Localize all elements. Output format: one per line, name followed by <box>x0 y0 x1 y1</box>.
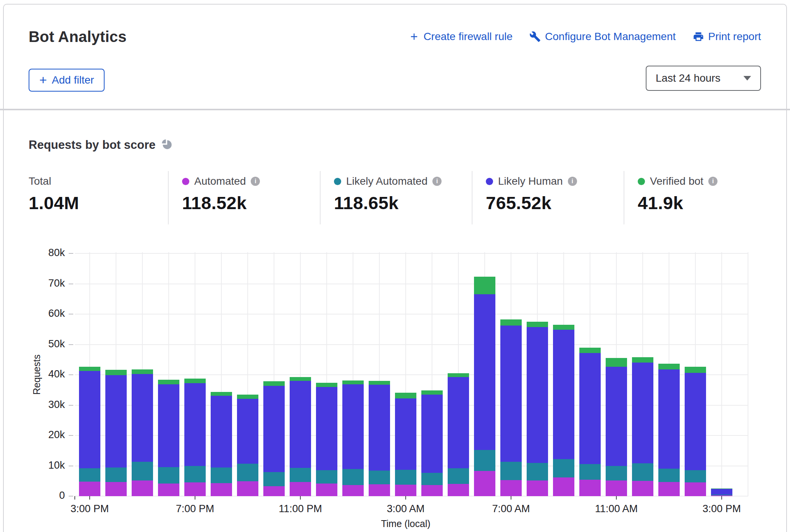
bar-segment-automated[interactable] <box>369 484 390 496</box>
bar-segment-automated[interactable] <box>658 482 680 496</box>
bar-segment-likely-automated[interactable] <box>263 472 285 486</box>
bar-segment-likely-human[interactable] <box>527 327 548 463</box>
bar-segment-verified-bot[interactable] <box>395 393 416 398</box>
bar-segment-likely-human[interactable] <box>369 385 390 471</box>
bar-segment-automated[interactable] <box>105 482 127 496</box>
bar-segment-likely-automated[interactable] <box>711 495 732 495</box>
bar-segment-likely-automated[interactable] <box>369 471 390 484</box>
bar-segment-likely-human[interactable] <box>184 383 206 466</box>
bar-segment-automated[interactable] <box>342 485 364 496</box>
bar-segment-verified-bot[interactable] <box>448 373 469 377</box>
bar-segment-likely-human[interactable] <box>342 384 364 469</box>
bar-segment-likely-automated[interactable] <box>527 463 548 480</box>
bar-segment-likely-human[interactable] <box>579 353 601 464</box>
bar-segment-automated[interactable] <box>263 486 285 496</box>
bar-segment-automated[interactable] <box>500 480 522 496</box>
bar-segment-automated[interactable] <box>448 484 469 496</box>
bar-segment-likely-human[interactable] <box>711 489 732 495</box>
bar-segment-likely-automated[interactable] <box>158 467 179 484</box>
bar-segment-likely-automated[interactable] <box>632 463 653 481</box>
bar-segment-likely-human[interactable] <box>606 367 627 466</box>
bar-segment-likely-automated[interactable] <box>579 464 601 480</box>
bar-segment-likely-human[interactable] <box>395 398 416 470</box>
bar-segment-verified-bot[interactable] <box>474 277 495 294</box>
bar-segment-verified-bot[interactable] <box>184 379 206 384</box>
bar-segment-likely-automated[interactable] <box>606 466 627 480</box>
bar-segment-verified-bot[interactable] <box>658 364 680 369</box>
bar-segment-verified-bot[interactable] <box>553 325 574 330</box>
bar-segment-likely-automated[interactable] <box>342 469 364 485</box>
bar-segment-verified-bot[interactable] <box>211 392 232 396</box>
bar-segment-likely-automated[interactable] <box>290 468 311 482</box>
bar-segment-likely-human[interactable] <box>132 374 153 462</box>
bar-segment-likely-human[interactable] <box>553 330 574 459</box>
bar-segment-likely-human[interactable] <box>211 396 232 468</box>
bar-segment-automated[interactable] <box>79 482 100 496</box>
bar-segment-automated[interactable] <box>237 481 258 496</box>
bar-segment-automated[interactable] <box>553 477 574 496</box>
bar-segment-verified-bot[interactable] <box>290 377 311 381</box>
bar-segment-verified-bot[interactable] <box>606 358 627 367</box>
bar-segment-likely-human[interactable] <box>158 384 179 467</box>
bar-segment-likely-human[interactable] <box>632 363 653 463</box>
bar-segment-automated[interactable] <box>474 471 495 496</box>
bar-segment-likely-automated[interactable] <box>184 466 206 482</box>
bar-segment-likely-automated[interactable] <box>132 462 153 480</box>
bar-segment-likely-automated[interactable] <box>448 468 469 484</box>
y-tick <box>69 405 73 406</box>
bar-segment-automated[interactable] <box>211 483 232 496</box>
bar-segment-likely-automated[interactable] <box>421 473 443 485</box>
bar-segment-likely-human[interactable] <box>79 371 100 468</box>
bar-segment-verified-bot[interactable] <box>500 319 522 326</box>
bar-segment-likely-human[interactable] <box>474 294 495 450</box>
bar-segment-verified-bot[interactable] <box>316 383 337 387</box>
bar-segment-verified-bot[interactable] <box>158 380 179 384</box>
bar-segment-likely-human[interactable] <box>105 375 127 468</box>
bar-segment-automated[interactable] <box>579 480 601 496</box>
bar-segment-automated[interactable] <box>632 481 653 496</box>
bar-segment-automated[interactable] <box>290 482 311 496</box>
bar-segment-verified-bot[interactable] <box>79 367 100 371</box>
bar-segment-likely-human[interactable] <box>448 377 469 468</box>
bar-segment-automated[interactable] <box>685 482 706 496</box>
bar-segment-automated[interactable] <box>184 482 206 496</box>
bar-segment-likely-automated[interactable] <box>237 464 258 481</box>
bar-segment-likely-human[interactable] <box>685 373 706 470</box>
bar-segment-verified-bot[interactable] <box>342 380 364 384</box>
bar-segment-verified-bot[interactable] <box>263 381 285 385</box>
bar-segment-likely-automated[interactable] <box>553 459 574 477</box>
bar-segment-likely-human[interactable] <box>316 387 337 471</box>
bar-segment-likely-automated[interactable] <box>685 470 706 483</box>
bar-segment-automated[interactable] <box>527 480 548 496</box>
bar-segment-likely-human[interactable] <box>500 326 522 462</box>
bar-segment-likely-human[interactable] <box>263 386 285 472</box>
bar-segment-verified-bot[interactable] <box>369 381 390 385</box>
bar-segment-likely-human[interactable] <box>237 399 258 464</box>
bar-segment-automated[interactable] <box>606 480 627 496</box>
bar-segment-likely-automated[interactable] <box>500 462 522 480</box>
bar-segment-likely-automated[interactable] <box>474 450 495 471</box>
bar-segment-automated[interactable] <box>421 485 443 496</box>
bar-segment-verified-bot[interactable] <box>685 367 706 373</box>
bar-segment-verified-bot[interactable] <box>132 369 153 374</box>
bar-segment-verified-bot[interactable] <box>711 488 732 489</box>
bar-segment-likely-automated[interactable] <box>79 468 100 482</box>
bar-segment-verified-bot[interactable] <box>632 357 653 363</box>
bar-segment-likely-human[interactable] <box>421 395 443 472</box>
bar-segment-likely-automated[interactable] <box>105 468 127 482</box>
bar-segment-verified-bot[interactable] <box>579 348 601 353</box>
bar-segment-automated[interactable] <box>158 484 179 496</box>
bar-segment-automated[interactable] <box>395 485 416 496</box>
bar-segment-likely-automated[interactable] <box>211 468 232 483</box>
bar-segment-verified-bot[interactable] <box>237 395 258 399</box>
bar-segment-likely-automated[interactable] <box>395 470 416 485</box>
bar-segment-verified-bot[interactable] <box>421 390 443 395</box>
bar-segment-automated[interactable] <box>316 484 337 496</box>
bar-segment-verified-bot[interactable] <box>527 322 548 327</box>
bar-segment-likely-automated[interactable] <box>658 469 680 482</box>
bar-segment-likely-human[interactable] <box>290 381 311 468</box>
bar-segment-likely-human[interactable] <box>658 369 680 469</box>
bar-segment-verified-bot[interactable] <box>105 370 127 375</box>
bar-segment-likely-automated[interactable] <box>316 470 337 484</box>
bar-segment-automated[interactable] <box>132 480 153 496</box>
